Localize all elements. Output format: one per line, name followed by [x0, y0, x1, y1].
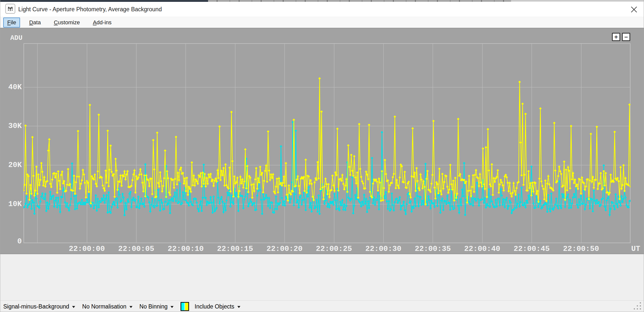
- normalisation-dropdown[interactable]: No Normalisation: [82, 303, 132, 310]
- menu-customize[interactable]: Customize: [50, 18, 84, 28]
- chevron-down-icon: [237, 306, 240, 308]
- object-colors-swatch-icon: [181, 302, 189, 311]
- include-objects-dropdown[interactable]: Include Objects: [181, 302, 240, 311]
- y-tick-label: 40K: [0, 83, 22, 91]
- title-bar[interactable]: Light Curve - Aperture Photometry, Avera…: [0, 2, 644, 17]
- grip-dot: [640, 305, 641, 306]
- window-title: Light Curve - Aperture Photometry, Avera…: [18, 2, 162, 17]
- grip-dot: [634, 308, 635, 309]
- menu-bar: File Data Customize Add-ins: [0, 17, 644, 28]
- grip-dot: [637, 308, 638, 309]
- grip-dot: [637, 305, 638, 306]
- binning-dropdown[interactable]: No Binning: [139, 303, 174, 310]
- chevron-down-icon: [129, 306, 132, 308]
- signal-mode-label: Signal-minus-Background: [3, 303, 69, 310]
- zoom-in-button[interactable]: +: [612, 33, 620, 41]
- close-icon: [630, 6, 638, 13]
- x-axis-unit-label: UT: [631, 245, 640, 253]
- menu-data[interactable]: Data: [25, 18, 45, 28]
- menu-file[interactable]: File: [3, 18, 20, 28]
- chevron-down-icon: [171, 306, 174, 308]
- y-tick-label: 0: [0, 237, 22, 246]
- close-button[interactable]: [628, 4, 640, 15]
- y-tick-label: 30K: [0, 122, 22, 130]
- grip-dot: [640, 308, 641, 309]
- y-tick-label: 20K: [0, 161, 22, 169]
- x-tick-label: 22:00:50: [551, 245, 611, 253]
- normalisation-label: No Normalisation: [82, 303, 126, 310]
- binning-label: No Binning: [139, 303, 168, 310]
- empty-lower-panel: [0, 254, 644, 300]
- include-objects-label: Include Objects: [195, 303, 234, 310]
- zoom-out-button[interactable]: −: [622, 33, 630, 41]
- tangra-logo-icon: [6, 5, 14, 13]
- y-tick-label: 10K: [0, 200, 22, 208]
- chevron-down-icon: [72, 306, 75, 308]
- app-icon: [5, 4, 15, 14]
- grip-dot: [640, 302, 641, 303]
- menu-add-ins[interactable]: Add-ins: [89, 18, 116, 28]
- signal-mode-dropdown[interactable]: Signal-minus-Background: [3, 303, 75, 310]
- y-axis-title: ADU: [10, 34, 23, 42]
- light-curve-chart-area: ADU + − 010K20K30K40K 22:00:0022:00:0522…: [0, 28, 644, 254]
- light-curve-plot[interactable]: [24, 43, 630, 243]
- status-bar: Signal-minus-Background No Normalisation…: [0, 300, 644, 312]
- resize-grip[interactable]: [634, 302, 642, 311]
